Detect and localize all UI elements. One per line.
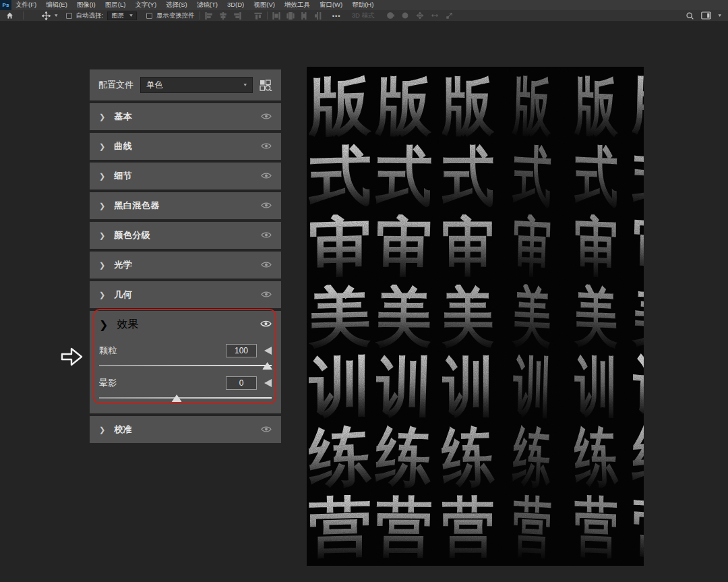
canvas-glyph: 式 (512, 143, 552, 209)
section-detail[interactable]: ❯ 细节 (90, 163, 281, 190)
vignette-value-input[interactable]: 0 (226, 376, 257, 390)
section-label: 细节 (114, 170, 132, 182)
vignette-reset-arrow-icon[interactable] (264, 379, 272, 387)
menu-item-plugins[interactable]: 增效工具 (284, 1, 310, 9)
workspace-switcher-icon[interactable] (701, 11, 711, 20)
canvas-glyph: 版 (309, 73, 371, 138)
section-optics[interactable]: ❯ 光学 (90, 252, 281, 279)
menu-item-image[interactable]: 图像(I) (77, 1, 96, 9)
menu-item-layer[interactable]: 图层(L) (105, 1, 126, 9)
canvas-glyph: 营 (309, 494, 371, 559)
menu-item-file[interactable]: 文件(F) (16, 1, 36, 9)
canvas-glyph: 审 (574, 213, 618, 279)
grain-slider-track[interactable] (99, 360, 272, 370)
visibility-eye-icon[interactable] (261, 111, 272, 123)
section-effects-header[interactable]: ❯ 效果 (99, 311, 272, 338)
section-color-grading[interactable]: ❯ 颜色分级 (90, 222, 281, 249)
expand-chevron-icon[interactable]: ❯ (99, 172, 105, 181)
menu-item-filter[interactable]: 滤镜(T) (197, 1, 218, 9)
menu-item-view[interactable]: 视图(V) (253, 1, 275, 9)
section-label: 基本 (114, 111, 132, 123)
canvas-glyph: 练 (574, 424, 619, 488)
expand-chevron-icon[interactable]: ❯ (99, 261, 105, 270)
visibility-eye-icon[interactable] (261, 200, 272, 212)
canvas-text-row: 营营营营营营营 (308, 492, 642, 562)
distribute-left-edges-icon[interactable] (272, 12, 280, 20)
expand-chevron-icon[interactable]: ❯ (99, 142, 105, 151)
distribute-horizontal-centers-icon[interactable] (286, 12, 295, 20)
canvas-glyph: 练 (441, 424, 495, 490)
section-basic[interactable]: ❯ 基本 (90, 103, 281, 130)
align-left-edges-icon[interactable] (205, 12, 213, 20)
grain-reset-arrow-icon[interactable] (264, 347, 272, 355)
canvas-glyph: 审 (442, 214, 495, 279)
move-tool-icon[interactable] (42, 11, 51, 20)
visibility-eye-icon[interactable] (261, 170, 272, 182)
profile-dropdown[interactable]: 单色 ▾ (140, 77, 253, 93)
expand-chevron-icon[interactable]: ❯ (99, 202, 105, 210)
canvas-glyph: 审 (632, 212, 644, 281)
profile-value: 单色 (146, 80, 163, 91)
auto-select-dropdown[interactable]: 图层 ▾ (107, 11, 137, 20)
visibility-eye-icon[interactable] (261, 289, 272, 301)
canvas-glyph: 训 (309, 353, 371, 419)
menu-item-select[interactable]: 选择(S) (166, 1, 187, 9)
expand-chevron-icon[interactable]: ❯ (99, 291, 105, 299)
3d-orbit-icon[interactable] (386, 11, 394, 20)
menu-item-help[interactable]: 帮助(H) (352, 1, 373, 9)
grain-value-input[interactable]: 100 (226, 344, 257, 357)
visibility-eye-icon[interactable] (261, 424, 272, 436)
workspace: 配置文件 单色 ▾ ❯ 基本 (0, 22, 728, 582)
3d-pan-icon[interactable] (416, 11, 424, 20)
canvas-glyph: 营 (574, 494, 618, 560)
visibility-eye-icon[interactable] (261, 259, 272, 271)
visibility-eye-icon[interactable] (261, 140, 272, 152)
distribute-right-edges-icon[interactable] (301, 12, 309, 20)
search-icon[interactable] (686, 11, 694, 20)
auto-select-value: 图层 (111, 11, 124, 20)
expand-chevron-icon[interactable]: ❯ (99, 113, 105, 121)
section-label: 校准 (114, 424, 132, 436)
section-calibration[interactable]: ❯ 校准 (90, 416, 281, 443)
section-label: 曲线 (114, 140, 132, 152)
more-options-ellipsis[interactable]: ••• (332, 12, 341, 20)
3d-zoom-icon[interactable] (446, 11, 454, 20)
move-tool-options-chevron-icon[interactable]: ▾ (55, 13, 58, 18)
3d-roll-icon[interactable] (401, 11, 409, 20)
section-bw-mixer[interactable]: ❯ 黑白混色器 (90, 192, 281, 219)
3d-mode-label: 3D 模式 (352, 11, 375, 20)
workspace-chevron-icon[interactable]: ▾ (718, 13, 721, 18)
profile-chevron-icon: ▾ (243, 82, 247, 88)
section-geometry[interactable]: ❯ 几何 (90, 281, 281, 308)
profile-browser-icon[interactable] (260, 80, 272, 91)
visibility-eye-icon[interactable] (260, 318, 272, 330)
auto-select-label: 自动选择: (76, 11, 104, 20)
section-curve[interactable]: ❯ 曲线 (90, 133, 281, 160)
collapse-chevron-icon[interactable]: ❯ (99, 318, 108, 331)
auto-select-checkbox[interactable] (66, 13, 72, 19)
canvas-glyph: 审 (375, 214, 433, 278)
pointer-arrow-annotation-icon (59, 345, 85, 369)
align-horizontal-centers-icon[interactable] (219, 12, 227, 20)
show-transform-checkbox[interactable] (146, 13, 152, 19)
home-icon[interactable] (5, 11, 14, 20)
canvas-glyph: 审 (512, 213, 552, 279)
menu-item-type[interactable]: 文字(Y) (135, 1, 156, 9)
menu-item-edit[interactable]: 编辑(E) (46, 1, 67, 9)
canvas-rows: 版版版版版版版式式式式式式式审审审审审审审美美美美美美美训训训训训训训练练练练练… (307, 67, 644, 566)
canvas-text-row: 版版版版版版版 (308, 71, 642, 141)
menu-item-window[interactable]: 窗口(W) (320, 1, 342, 9)
visibility-eye-icon[interactable] (261, 229, 272, 241)
align-top-edges-icon[interactable] (254, 12, 262, 20)
canvas-glyph: 版 (442, 74, 495, 138)
align-right-edges-icon[interactable] (233, 12, 241, 20)
canvas-glyph: 营 (375, 494, 433, 558)
canvas-glyph: 美 (309, 283, 371, 349)
expand-chevron-icon[interactable]: ❯ (99, 231, 105, 240)
vignette-slider-track[interactable] (99, 392, 272, 403)
menu-item-3d[interactable]: 3D(D) (227, 1, 244, 9)
distribute-vertical-centers-icon[interactable] (315, 12, 323, 20)
3d-slide-icon[interactable] (431, 11, 439, 20)
expand-chevron-icon[interactable]: ❯ (99, 426, 105, 434)
document-canvas[interactable]: 版版版版版版版式式式式式式式审审审审审审审美美美美美美美训训训训训训训练练练练练… (307, 67, 644, 566)
